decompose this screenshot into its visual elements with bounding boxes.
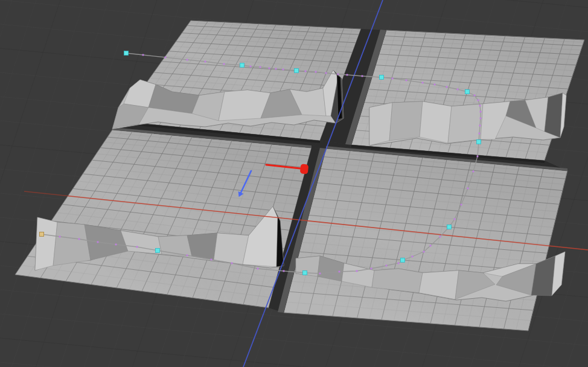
- viewport-3d[interactable]: [0, 0, 588, 367]
- curve-edit-point[interactable]: [430, 245, 432, 247]
- ridge-facet: [448, 104, 483, 143]
- curve-edit-point[interactable]: [315, 71, 317, 73]
- curve-edit-point[interactable]: [423, 251, 425, 253]
- curve-edit-point[interactable]: [439, 236, 441, 238]
- curve-edit-point[interactable]: [347, 74, 348, 76]
- curve-edit-point[interactable]: [250, 66, 252, 68]
- curve-edit-point[interactable]: [325, 72, 327, 74]
- curve-edit-point[interactable]: [165, 57, 167, 59]
- curve-edit-point[interactable]: [473, 171, 475, 173]
- curve-edit-point[interactable]: [356, 270, 358, 272]
- curve-edit-point[interactable]: [478, 100, 479, 101]
- curve-edit-point[interactable]: [467, 188, 469, 190]
- curve-edit-point[interactable]: [371, 268, 372, 270]
- curve-edit-point[interactable]: [59, 236, 61, 238]
- curve-edit-point[interactable]: [97, 241, 99, 243]
- viewport-canvas[interactable]: [0, 0, 588, 367]
- curve-edit-point[interactable]: [269, 68, 270, 69]
- curve-edit-point[interactable]: [434, 84, 436, 86]
- ridge-facet: [389, 101, 423, 141]
- ridge-facet: [420, 101, 452, 143]
- curve-control-point[interactable]: [401, 258, 405, 263]
- curve-control-point[interactable]: [447, 225, 452, 229]
- curve-control-point[interactable]: [303, 271, 307, 275]
- curve-edit-point[interactable]: [142, 54, 144, 56]
- curve-edit-point[interactable]: [283, 69, 284, 71]
- ridge-facet: [53, 222, 91, 266]
- curve-edit-point[interactable]: [211, 259, 213, 261]
- curve-edit-point[interactable]: [362, 75, 363, 77]
- curve-edit-point[interactable]: [187, 59, 188, 61]
- curve-edit-point[interactable]: [205, 61, 206, 63]
- curve-edit-point[interactable]: [406, 80, 407, 81]
- curve-edit-point[interactable]: [461, 204, 462, 206]
- curve-edit-point[interactable]: [223, 63, 225, 65]
- curve-edit-point[interactable]: [319, 273, 321, 275]
- curve-edit-point[interactable]: [260, 66, 261, 68]
- curve-edit-point[interactable]: [479, 125, 481, 127]
- curve-edit-point[interactable]: [305, 71, 307, 72]
- curve-edit-point[interactable]: [257, 268, 259, 270]
- curve-edit-point[interactable]: [454, 219, 456, 220]
- curve-edit-point[interactable]: [386, 265, 388, 267]
- curve-edit-point[interactable]: [339, 271, 340, 273]
- terrain-tile-lower-right[interactable]: [284, 148, 567, 331]
- curve-edit-point[interactable]: [480, 111, 482, 113]
- curve-edit-point[interactable]: [457, 89, 459, 91]
- curve-control-point[interactable]: [124, 51, 129, 56]
- curve-edit-point[interactable]: [275, 68, 277, 70]
- curve-control-point[interactable]: [380, 75, 384, 80]
- curve-edit-point[interactable]: [479, 133, 481, 135]
- ridge-facet: [369, 103, 392, 145]
- curve-edit-point[interactable]: [477, 156, 479, 158]
- curve-edit-point[interactable]: [187, 255, 188, 257]
- curve-control-point[interactable]: [465, 90, 470, 94]
- curve-edit-point[interactable]: [78, 238, 80, 240]
- curve-edit-point[interactable]: [398, 263, 400, 264]
- curve-edit-point[interactable]: [283, 270, 285, 272]
- curve-edit-point[interactable]: [446, 86, 448, 88]
- curve-edit-point[interactable]: [480, 118, 482, 120]
- ridge-facet: [214, 233, 249, 264]
- red-gizmo-head[interactable]: [300, 164, 309, 174]
- curve-edit-point[interactable]: [474, 95, 476, 97]
- curve-edit-point[interactable]: [136, 246, 138, 248]
- curve-control-point[interactable]: [295, 69, 299, 73]
- curve-edit-point[interactable]: [115, 244, 117, 246]
- curve-edit-point[interactable]: [231, 263, 233, 264]
- curve-control-point[interactable]: [240, 63, 244, 68]
- curve-active-endpoint[interactable]: [40, 232, 44, 237]
- curve-edit-point[interactable]: [479, 105, 481, 107]
- curve-edit-point[interactable]: [392, 78, 394, 80]
- curve-edit-point[interactable]: [422, 82, 424, 84]
- curve-edit-point[interactable]: [337, 74, 339, 75]
- curve-edit-point[interactable]: [412, 256, 414, 258]
- curve-control-point[interactable]: [156, 249, 160, 253]
- curve-control-point[interactable]: [477, 140, 481, 144]
